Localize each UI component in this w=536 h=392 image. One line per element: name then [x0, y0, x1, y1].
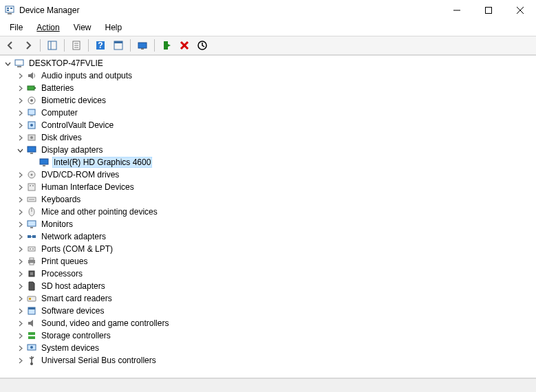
expander-closed-icon[interactable] [15, 120, 25, 130]
tree-node[interactable]: Disk drives [0, 131, 536, 144]
tree-node[interactable]: Software devices [0, 305, 536, 317]
usb-icon [26, 355, 37, 366]
svg-rect-28 [34, 87, 36, 89]
show-hide-tree-button[interactable] [45, 38, 60, 53]
expander-closed-icon[interactable] [15, 281, 25, 291]
tree-node[interactable]: Intel(R) HD Graphics 4600 [0, 156, 536, 168]
expander-closed-icon[interactable] [15, 182, 25, 192]
expander-open-icon[interactable] [15, 145, 25, 155]
scan-hardware-button[interactable] [195, 38, 210, 53]
back-button[interactable] [3, 38, 18, 53]
maximize-button[interactable] [473, 0, 504, 21]
sound-icon [26, 318, 37, 329]
tree-node[interactable]: Print queues [0, 255, 536, 268]
forward-button[interactable] [21, 38, 36, 53]
device-tree[interactable]: DESKTOP-47FVLIEAudio inputs and outputsB… [0, 55, 536, 378]
menu-file[interactable]: File [3, 21, 30, 36]
svg-rect-19 [138, 43, 147, 48]
menu-view[interactable]: View [67, 21, 98, 36]
expander-closed-icon[interactable] [15, 195, 25, 204]
expander-closed-icon[interactable] [15, 133, 25, 142]
expander-closed-icon[interactable] [15, 71, 25, 80]
computer-icon [14, 58, 25, 69]
display-icon [26, 144, 37, 155]
software-icon [26, 305, 37, 316]
smartcard-icon [26, 293, 37, 304]
tree-node[interactable]: Sound, video and game controllers [0, 317, 536, 329]
svg-rect-63 [28, 296, 36, 301]
svg-rect-68 [28, 336, 35, 339]
update-driver-button[interactable] [135, 38, 150, 53]
svg-rect-60 [30, 263, 34, 265]
tree-node[interactable]: SD host adapters [0, 280, 536, 292]
disk-icon [26, 132, 37, 143]
tree-node[interactable]: Batteries [0, 82, 536, 94]
expander-closed-icon[interactable] [15, 83, 25, 93]
menubar: File Action View Help [0, 21, 536, 36]
expander-closed-icon[interactable] [15, 356, 25, 365]
svg-rect-59 [30, 258, 34, 260]
close-button[interactable] [504, 0, 536, 21]
expander-closed-icon[interactable] [15, 96, 25, 105]
expander-closed-icon[interactable] [15, 232, 25, 241]
expander-closed-icon[interactable] [15, 269, 25, 279]
tree-node[interactable]: System devices [0, 342, 536, 354]
expander-closed-icon[interactable] [15, 318, 25, 328]
tree-node[interactable]: DESKTOP-47FVLIE [0, 57, 536, 69]
tree-node[interactable]: Keyboards [0, 193, 536, 206]
expander-closed-icon[interactable] [15, 294, 25, 303]
tree-node[interactable]: Monitors [0, 218, 536, 230]
storage-icon [26, 330, 37, 341]
expander-closed-icon[interactable] [15, 207, 25, 217]
tree-node[interactable]: Mice and other pointing devices [0, 206, 536, 218]
enable-device-button[interactable] [159, 38, 174, 53]
tree-node-label: Computer [40, 107, 79, 118]
svg-rect-53 [32, 235, 36, 238]
tree-node[interactable]: DVD/CD-ROM drives [0, 168, 536, 181]
minimize-button[interactable] [441, 0, 473, 21]
tree-node[interactable]: Storage controllers [0, 329, 536, 342]
tree-node[interactable]: Human Interface Devices [0, 181, 536, 193]
tree-node-label: Processors [40, 268, 84, 279]
tree-node-label: Network adapters [40, 231, 107, 242]
expander-open-icon[interactable] [3, 58, 12, 68]
tree-node[interactable]: Ports (COM & LPT) [0, 243, 536, 255]
expander-closed-icon[interactable] [15, 108, 25, 118]
tree-node[interactable]: ControlVault Device [0, 119, 536, 131]
expander-closed-icon[interactable] [15, 244, 25, 254]
help-button[interactable]: ? [93, 38, 108, 53]
tree-node[interactable]: Universal Serial Bus controllers [0, 354, 536, 367]
properties-button[interactable] [69, 38, 84, 53]
expander-closed-icon[interactable] [15, 257, 25, 266]
svg-rect-25 [15, 60, 23, 65]
svg-rect-27 [28, 86, 34, 90]
tree-node[interactable]: Computer [0, 107, 536, 119]
tree-node[interactable]: Audio inputs and outputs [0, 69, 536, 82]
svg-rect-4 [7, 10, 9, 11]
svg-rect-21 [164, 41, 168, 50]
action-button[interactable] [111, 38, 126, 53]
toolbar-separator [40, 39, 41, 52]
expander-closed-icon[interactable] [15, 306, 25, 316]
svg-rect-31 [28, 109, 35, 115]
tree-node[interactable]: Display adapters [0, 144, 536, 156]
tree-node-label: Universal Serial Bus controllers [40, 355, 158, 366]
toolbar-separator [88, 39, 89, 52]
svg-rect-9 [48, 41, 56, 50]
expander-closed-icon[interactable] [15, 343, 25, 353]
expander-closed-icon[interactable] [15, 170, 25, 179]
menu-action[interactable]: Action [30, 21, 66, 36]
tree-node[interactable]: Processors [0, 268, 536, 280]
expander-closed-icon[interactable] [15, 331, 25, 340]
expander-closed-icon[interactable] [15, 219, 25, 229]
pc-icon [26, 107, 37, 118]
tree-node[interactable]: Network adapters [0, 230, 536, 243]
tree-node[interactable]: Biometric devices [0, 94, 536, 107]
uninstall-device-button[interactable] [177, 38, 192, 53]
svg-point-34 [30, 124, 33, 127]
window-controls [441, 0, 536, 21]
menu-help[interactable]: Help [98, 21, 129, 36]
tree-node[interactable]: Smart card readers [0, 292, 536, 305]
svg-text:?: ? [98, 41, 103, 50]
tree-node-label: Display adapters [40, 144, 104, 155]
